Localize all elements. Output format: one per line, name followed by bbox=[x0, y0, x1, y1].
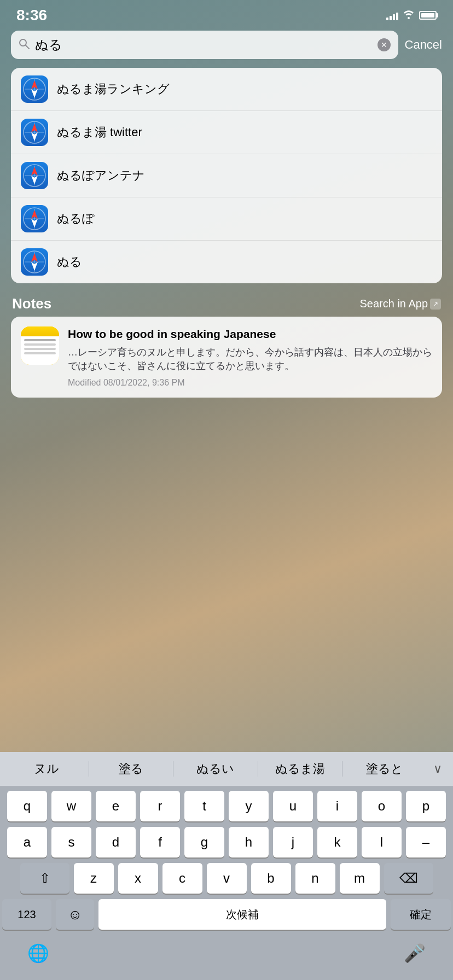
signal-icon bbox=[386, 10, 398, 20]
notes-section-header: Notes Search in App ↗ bbox=[0, 292, 453, 317]
suggestion-item-4[interactable]: ぬるぽ bbox=[11, 197, 442, 241]
bottom-bar: 🌐 🎤 bbox=[0, 937, 453, 980]
key-done[interactable]: 確定 bbox=[391, 899, 451, 930]
suggestion-text-3: ぬるぽアンテナ bbox=[57, 167, 145, 184]
predictive-word-1[interactable]: ヌル bbox=[4, 757, 89, 780]
suggestion-text-2: ぬるま湯 twitter bbox=[57, 124, 142, 141]
key-s[interactable]: s bbox=[51, 827, 91, 858]
predictive-word-5[interactable]: 塗ると bbox=[342, 757, 427, 780]
notes-app-icon bbox=[21, 326, 59, 365]
search-clear-button[interactable]: ✕ bbox=[378, 38, 391, 51]
suggestion-item-1[interactable]: ぬるま湯ランキング bbox=[11, 68, 442, 111]
status-bar: 8:36 bbox=[0, 0, 453, 27]
battery-icon bbox=[419, 11, 437, 20]
key-n[interactable]: n bbox=[295, 863, 335, 894]
key-i[interactable]: i bbox=[317, 791, 357, 821]
key-z[interactable]: z bbox=[74, 863, 114, 894]
key-row-1: q w e r t y u i o p bbox=[2, 791, 451, 821]
safari-icon-1 bbox=[21, 75, 48, 103]
key-delete[interactable]: ⌫ bbox=[384, 863, 433, 894]
status-time: 8:36 bbox=[16, 7, 47, 24]
keyboard-container: ヌル 塗る ぬるい ぬるま湯 塗ると ∨ q w e r t y u i o p… bbox=[0, 752, 453, 980]
key-shift[interactable]: ⇧ bbox=[20, 863, 69, 894]
key-d[interactable]: d bbox=[96, 827, 136, 858]
suggestion-item-5[interactable]: ぬる bbox=[11, 241, 442, 283]
suggestion-text-4: ぬるぽ bbox=[57, 211, 95, 227]
notes-title: How to be good in speaking Japanese bbox=[68, 326, 432, 341]
safari-icon-2 bbox=[21, 119, 48, 146]
microphone-icon[interactable]: 🎤 bbox=[404, 943, 426, 964]
key-j[interactable]: j bbox=[273, 827, 313, 858]
wifi-icon bbox=[403, 9, 415, 22]
key-k[interactable]: k bbox=[317, 827, 357, 858]
svg-line-1 bbox=[26, 45, 29, 49]
suggestion-item-3[interactable]: ぬるぽアンテナ bbox=[11, 154, 442, 197]
key-dash[interactable]: – bbox=[406, 827, 446, 858]
notes-card[interactable]: How to be good in speaking Japanese …レーシ… bbox=[11, 317, 442, 398]
key-y[interactable]: y bbox=[229, 791, 269, 821]
key-b[interactable]: b bbox=[251, 863, 291, 894]
key-r[interactable]: r bbox=[140, 791, 180, 821]
key-x[interactable]: x bbox=[118, 863, 158, 894]
key-e[interactable]: e bbox=[96, 791, 136, 821]
search-bar[interactable]: ぬる ✕ bbox=[11, 31, 398, 59]
suggestion-text-5: ぬる bbox=[57, 254, 82, 270]
safari-icon-4 bbox=[21, 205, 48, 232]
key-p[interactable]: p bbox=[406, 791, 446, 821]
search-in-app-button[interactable]: Search in App ↗ bbox=[359, 298, 441, 310]
key-g[interactable]: g bbox=[184, 827, 224, 858]
key-l[interactable]: l bbox=[362, 827, 402, 858]
key-t[interactable]: t bbox=[184, 791, 224, 821]
search-bar-container: ぬる ✕ Cancel bbox=[0, 27, 453, 65]
key-h[interactable]: h bbox=[229, 827, 269, 858]
predictive-word-2[interactable]: 塗る bbox=[89, 757, 173, 780]
notes-content: How to be good in speaking Japanese …レーシ… bbox=[68, 326, 432, 388]
notes-modified: Modified 08/01/2022, 9:36 PM bbox=[68, 378, 432, 388]
safari-icon-5 bbox=[21, 248, 48, 276]
key-f[interactable]: f bbox=[140, 827, 180, 858]
key-row-3: ⇧ z x c v b n m ⌫ bbox=[2, 863, 451, 894]
key-c[interactable]: c bbox=[162, 863, 202, 894]
key-o[interactable]: o bbox=[362, 791, 402, 821]
key-a[interactable]: a bbox=[7, 827, 47, 858]
key-space[interactable]: 次候補 bbox=[98, 899, 386, 930]
predictive-expand-icon[interactable]: ∨ bbox=[427, 762, 449, 776]
key-w[interactable]: w bbox=[51, 791, 91, 821]
search-input[interactable]: ぬる bbox=[35, 36, 372, 54]
search-in-app-arrow-icon: ↗ bbox=[430, 299, 441, 310]
suggestion-item-2[interactable]: ぬるま湯 twitter bbox=[11, 111, 442, 154]
key-q[interactable]: q bbox=[7, 791, 47, 821]
key-v[interactable]: v bbox=[207, 863, 247, 894]
notes-section-title: Notes bbox=[12, 295, 51, 312]
predictive-word-4[interactable]: ぬるま湯 bbox=[258, 757, 342, 780]
predictive-bar: ヌル 塗る ぬるい ぬるま湯 塗ると ∨ bbox=[0, 752, 453, 786]
status-icons bbox=[386, 9, 437, 22]
cancel-button[interactable]: Cancel bbox=[405, 38, 442, 52]
keyboard-rows: q w e r t y u i o p a s d f g h j k l – … bbox=[0, 786, 453, 937]
suggestions-list: ぬるま湯ランキング ぬるま湯 twitter ぬるぽアンテナ bbox=[11, 68, 442, 283]
safari-icon-3 bbox=[21, 162, 48, 189]
suggestion-text-1: ぬるま湯ランキング bbox=[57, 81, 170, 97]
search-icon bbox=[19, 38, 30, 52]
key-123[interactable]: 123 bbox=[2, 899, 51, 930]
key-u[interactable]: u bbox=[273, 791, 313, 821]
key-row-4: 123 ☺ 次候補 確定 bbox=[2, 899, 451, 930]
key-m[interactable]: m bbox=[340, 863, 380, 894]
predictive-word-3[interactable]: ぬるい bbox=[173, 757, 258, 780]
globe-icon[interactable]: 🌐 bbox=[27, 943, 49, 964]
key-row-2: a s d f g h j k l – bbox=[2, 827, 451, 858]
notes-preview: …レーシア育ちのヌルと申します。だから、今から話す内容は、日本人の立場からではな… bbox=[68, 346, 432, 373]
key-emoji[interactable]: ☺ bbox=[56, 899, 94, 930]
svg-point-0 bbox=[20, 39, 26, 46]
